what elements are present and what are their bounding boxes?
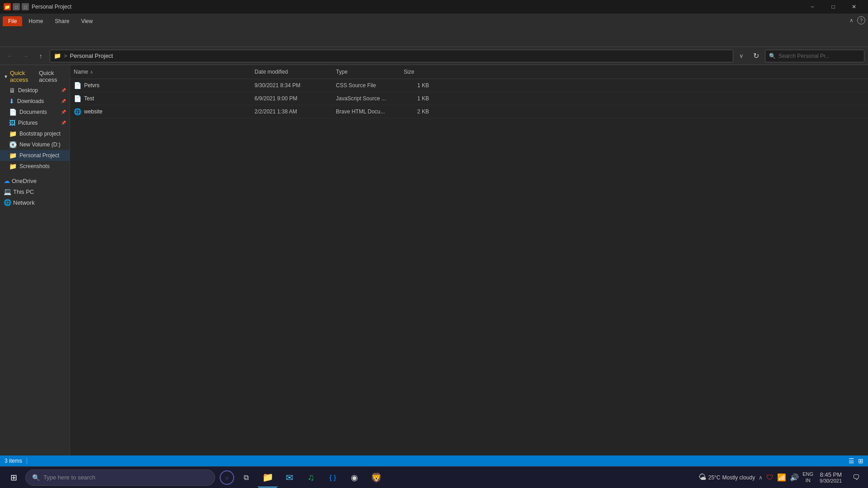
file-cell-type: JavaScript Source ... [332,94,400,103]
spotify-icon: ♫ [308,472,315,483]
ribbon-tabs: File Home Share View ∧ ? [0,14,868,26]
col-header-date[interactable]: Date modified [251,67,332,77]
file-cell-name: 🌐 website [70,106,251,117]
col-header-type[interactable]: Type [332,67,400,77]
file-row[interactable]: 📄 Test 6/9/2021 9:00 PM JavaScript Sourc… [70,92,868,105]
file-row[interactable]: 📄 Petvrs 9/30/2021 8:34 PM CSS Source Fi… [70,79,868,92]
minimize-button[interactable]: − [802,0,823,14]
cortana-button[interactable]: ○ [220,470,234,485]
window-title: Personal Project [32,4,71,10]
sidebar-item-screenshots[interactable]: 📁 Screenshots [0,161,70,172]
pictures-icon: 🖼 [9,119,15,127]
path-folder-icon: 📁 [54,52,61,59]
file-explorer-icon: 📁 [262,472,274,483]
view-details-icon[interactable]: ☰ [849,457,854,465]
close-button[interactable]: ✕ [844,0,864,14]
mail-button[interactable]: ✉ [279,468,299,488]
sidebar-item-bootstrap[interactable]: 📁 Bootstrap project [0,128,70,139]
sidebar-documents-label: Documents [19,109,58,115]
antivirus-icon[interactable]: 🛡 [766,474,774,482]
col-header-size[interactable]: Size [400,67,436,77]
sort-chevron-icon: ∧ [90,70,93,75]
language-indicator[interactable]: ENG IN [802,471,813,483]
taskbar: ⊞ 🔍 Type here to search ○ ⧉ 📁 ✉ ♫ { } ◉ … [0,466,868,488]
title-bar-icons: 📁 □ □ [4,3,29,10]
sidebar-item-desktop[interactable]: 🖥 Desktop 📌 [0,85,70,96]
sidebar-item-documents[interactable]: 📄 Documents 📌 [0,107,70,117]
newvolume-icon: 💽 [9,141,17,148]
tab-view[interactable]: View [75,16,98,26]
volume-icon[interactable]: 🔊 [790,473,799,482]
file-row[interactable]: 🌐 website 2/2/2021 1:38 AM Brave HTML Do… [70,105,868,118]
refresh-button[interactable]: ↻ [750,50,762,62]
forward-button[interactable]: → [19,50,32,62]
sidebar-quickaccess-text: Quick access [39,70,66,83]
spotify-button[interactable]: ♫ [301,468,321,488]
address-dropdown-button[interactable]: ∨ [736,50,747,62]
file-explorer-button[interactable]: 📁 [258,468,278,488]
pin-icon: 📌 [61,110,66,114]
taskbar-search-box[interactable]: 🔍 Type here to search [25,469,215,486]
sidebar-quickaccess-label: Quick access [10,70,37,83]
file-cell-type: CSS Source File [332,80,400,90]
mail-icon: ✉ [286,472,293,483]
sidebar-downloads-label: Downloads [17,98,58,104]
file-list: 📄 Petvrs 9/30/2021 8:34 PM CSS Source Fi… [70,79,868,118]
status-item-count: 3 items [5,458,22,464]
sidebar-item-newvolume[interactable]: 💽 New Volume (D:) [0,139,70,150]
search-box[interactable]: 🔍 Search Personal Pr... [765,50,864,62]
taskbar-search-icon: 🔍 [32,474,40,481]
sidebar-newvolume-label: New Volume (D:) [19,141,66,148]
sidebar-section-quickaccess[interactable]: ▼ Quick access Quick access [0,68,70,85]
ribbon-help-icon[interactable]: ? [857,16,865,24]
sidebar-item-pictures[interactable]: 🖼 Pictures 📌 [0,117,70,128]
address-path[interactable]: 📁 > Personal Project [50,50,733,62]
sidebar-section-onedrive[interactable]: ☁ OneDrive [0,175,70,186]
network-icon: 🌐 [4,199,11,206]
title-bar-controls: − □ ✕ [802,0,864,14]
status-bar: 3 items ☰ ⊞ [0,455,868,466]
sidebar-item-personalproject[interactable]: 📁 Personal Project [0,150,70,161]
app-icon-1: 📁 [4,3,11,10]
pin-icon: 📌 [61,99,66,103]
status-separator [27,458,27,464]
notification-icon: 🗨 [853,474,860,482]
sidebar-desktop-label: Desktop [18,87,58,94]
show-hidden-icons-button[interactable]: ∧ [759,474,763,481]
sidebar-section-thispc[interactable]: 💻 This PC [0,186,70,197]
file-cell-size: 2 KB [400,107,436,117]
sidebar-section-network[interactable]: 🌐 Network [0,197,70,208]
clock-time: 8:45 PM [820,471,842,478]
view-tiles-icon[interactable]: ⊞ [858,457,863,465]
file-cell-date: 6/9/2021 9:00 PM [251,94,332,103]
up-button[interactable]: ↑ [34,50,47,62]
onedrive-icon: ☁ [4,177,10,184]
sidebar-bootstrap-label: Bootstrap project [19,131,66,137]
brave-icon: 🦁 [371,472,382,483]
chrome-button[interactable]: ◉ [344,468,364,488]
tab-file[interactable]: File [3,16,22,26]
wifi-icon[interactable]: 📶 [777,473,786,482]
file-cell-type: Brave HTML Docu... [332,107,400,117]
clock-date: 9/30/2021 [820,478,842,483]
task-view-button[interactable]: ⧉ [236,468,256,488]
sidebar-pictures-label: Pictures [18,120,58,126]
brave-button[interactable]: 🦁 [366,468,386,488]
back-button[interactable]: ← [4,50,16,62]
sidebar-item-downloads[interactable]: ⬇ Downloads 📌 [0,96,70,107]
notification-button[interactable]: 🗨 [848,469,864,486]
maximize-button[interactable]: □ [823,0,844,14]
col-header-name[interactable]: Name ∧ [70,67,251,77]
clock[interactable]: 8:45 PM 9/30/2021 [817,471,844,483]
tab-share[interactable]: Share [49,16,75,26]
file-cell-size: 1 KB [400,94,436,103]
personalproject-icon: 📁 [9,152,17,159]
chrome-icon: ◉ [351,473,358,483]
ribbon-expand-icon[interactable]: ∧ [849,17,854,23]
tab-home[interactable]: Home [23,16,48,26]
file-name: Test [84,95,94,102]
vscode-button[interactable]: { } [323,468,343,488]
start-button[interactable]: ⊞ [4,468,24,488]
weather-widget[interactable]: 🌤 25°C Mostly cloudy [698,473,755,482]
bootstrap-icon: 📁 [9,130,17,137]
